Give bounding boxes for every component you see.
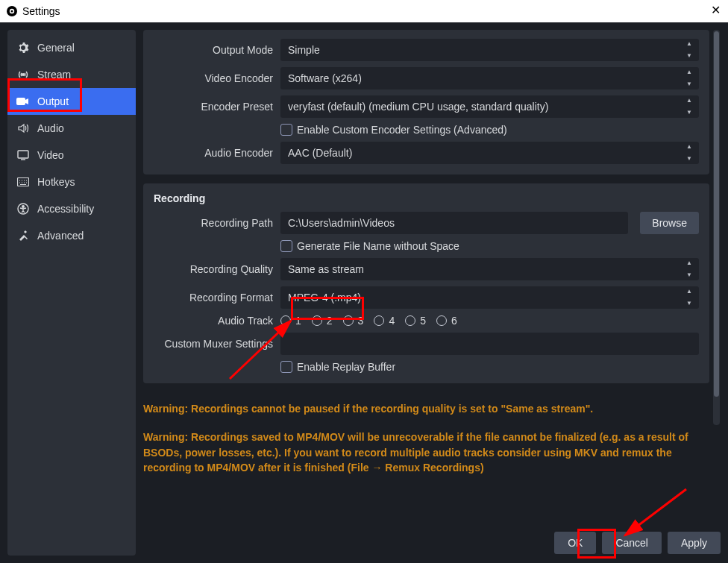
audio-encoder-label: Audio Encoder	[154, 147, 273, 159]
svg-point-3	[22, 74, 24, 75]
ok-button[interactable]: OK	[554, 532, 596, 554]
audio-track-radios: 1 2 3 4 5 6	[280, 315, 457, 327]
button-label: OK	[568, 537, 583, 549]
recording-panel: Recording Recording Path C:\Users\admin\…	[143, 183, 709, 383]
encoder-preset-select[interactable]: veryfast (default) (medium CPU usage, st…	[280, 95, 699, 118]
warning-pause: Warning: Recordings cannot be paused if …	[143, 401, 709, 416]
select-value: Same as stream	[288, 263, 364, 275]
output-mode-select[interactable]: Simple ▲▼	[280, 39, 699, 61]
audio-track-5[interactable]: 5	[405, 315, 426, 327]
recording-quality-select[interactable]: Same as stream ▲▼	[280, 258, 699, 280]
checkbox-label: Enable Replay Buffer	[297, 361, 395, 373]
browse-button[interactable]: Browse	[640, 212, 699, 234]
checkbox-label: Generate File Name without Space	[297, 240, 459, 252]
button-label: Apply	[681, 537, 707, 549]
select-value: AAC (Default)	[288, 147, 352, 159]
audio-track-3[interactable]: 3	[343, 315, 364, 327]
spinner-icon: ▲▼	[682, 41, 696, 59]
sidebar-item-label: Advanced	[37, 230, 84, 242]
sidebar-item-stream[interactable]: Stream	[7, 61, 136, 88]
muxer-label: Custom Muxer Settings	[154, 338, 273, 350]
encoder-preset-label: Encoder Preset	[154, 101, 273, 113]
spinner-icon: ▲▼	[682, 98, 696, 116]
gear-icon	[16, 41, 30, 54]
select-value: veryfast (default) (medium CPU usage, st…	[288, 101, 548, 113]
audio-track-2[interactable]: 2	[312, 315, 333, 327]
streaming-panel: Output Mode Simple ▲▼ Video Encoder Soft…	[143, 30, 709, 174]
sidebar-item-label: Video	[37, 149, 64, 161]
sidebar-item-label: Accessibility	[37, 203, 94, 215]
spinner-icon: ▲▼	[682, 260, 696, 278]
svg-point-2	[11, 10, 13, 13]
checkbox-icon	[280, 124, 292, 136]
scrollbar[interactable]	[713, 30, 720, 425]
recording-format-select[interactable]: MPEG-4 (.mp4) ▲▼	[280, 286, 699, 309]
titlebar: Settings ✕	[0, 0, 728, 22]
radio-label: 2	[327, 315, 333, 327]
checkbox-label: Enable Custom Encoder Settings (Advanced…	[297, 124, 507, 136]
replay-buffer-checkbox[interactable]: Enable Replay Buffer	[280, 361, 395, 373]
window-title: Settings	[22, 5, 60, 17]
recording-path-input[interactable]: C:\Users\admin\Videos	[280, 212, 628, 234]
audio-track-6[interactable]: 6	[436, 315, 457, 327]
spinner-icon: ▲▼	[682, 69, 696, 87]
sidebar-item-hotkeys[interactable]: Hotkeys	[7, 169, 136, 195]
sidebar-item-audio[interactable]: Audio	[7, 115, 136, 142]
sidebar-item-label: Output	[37, 95, 69, 107]
audio-track-label: Audio Track	[154, 315, 273, 327]
monitor-icon	[16, 148, 30, 162]
speaker-icon	[16, 122, 30, 135]
sidebar-item-video[interactable]: Video	[7, 142, 136, 169]
sidebar-item-output[interactable]: Output	[7, 88, 136, 115]
apply-button[interactable]: Apply	[668, 532, 721, 554]
output-mode-label: Output Mode	[154, 44, 273, 56]
recording-format-label: Recording Format	[154, 292, 273, 303]
sidebar-item-accessibility[interactable]: Accessibility	[7, 195, 136, 222]
sidebar-item-label: General	[37, 42, 75, 54]
svg-rect-5	[18, 151, 28, 158]
recording-quality-label: Recording Quality	[154, 263, 273, 275]
radio-label: 5	[420, 315, 426, 327]
radio-label: 6	[451, 315, 457, 327]
sidebar-item-general[interactable]: General	[7, 34, 136, 61]
video-encoder-label: Video Encoder	[154, 72, 273, 84]
spinner-icon: ▲▼	[682, 289, 696, 306]
accessibility-icon	[16, 202, 30, 216]
sidebar-item-label: Stream	[37, 69, 71, 81]
video-encoder-select[interactable]: Software (x264) ▲▼	[280, 67, 699, 89]
antenna-icon	[16, 68, 30, 81]
tools-icon	[16, 229, 30, 242]
sidebar-item-advanced[interactable]: Advanced	[7, 222, 136, 249]
recording-path-label: Recording Path	[154, 217, 273, 229]
select-value: MPEG-4 (.mp4)	[288, 292, 361, 303]
obs-icon	[6, 5, 18, 17]
audio-track-4[interactable]: 4	[374, 315, 395, 327]
warning-mp4: Warning: Recordings saved to MP4/MOV wil…	[143, 430, 695, 475]
sidebar: General Stream Output Audio Video Hotkey…	[7, 30, 136, 556]
select-value: Simple	[288, 44, 320, 56]
sidebar-item-label: Audio	[37, 122, 64, 134]
cancel-button[interactable]: Cancel	[602, 532, 662, 554]
close-icon[interactable]: ✕	[711, 3, 721, 17]
svg-point-8	[22, 206, 25, 208]
recording-section-title: Recording	[154, 192, 699, 204]
spinner-icon: ▲▼	[682, 144, 696, 162]
muxer-input[interactable]	[280, 333, 699, 355]
output-icon	[16, 95, 30, 108]
radio-label: 4	[389, 315, 395, 327]
custom-encoder-checkbox[interactable]: Enable Custom Encoder Settings (Advanced…	[280, 124, 507, 136]
radio-label: 1	[295, 315, 301, 327]
checkbox-icon	[280, 361, 292, 373]
audio-encoder-select[interactable]: AAC (Default) ▲▼	[280, 142, 699, 164]
select-value: Software (x264)	[288, 72, 362, 84]
radio-label: 3	[358, 315, 364, 327]
input-value: C:\Users\admin\Videos	[288, 217, 395, 229]
checkbox-icon	[280, 240, 292, 252]
svg-rect-4	[16, 98, 25, 105]
gen-filename-checkbox[interactable]: Generate File Name without Space	[280, 240, 459, 252]
dialog-buttons: OK Cancel Apply	[554, 532, 721, 554]
button-label: Cancel	[615, 537, 648, 549]
sidebar-item-label: Hotkeys	[37, 176, 75, 188]
button-label: Browse	[652, 217, 687, 229]
audio-track-1[interactable]: 1	[280, 315, 301, 327]
